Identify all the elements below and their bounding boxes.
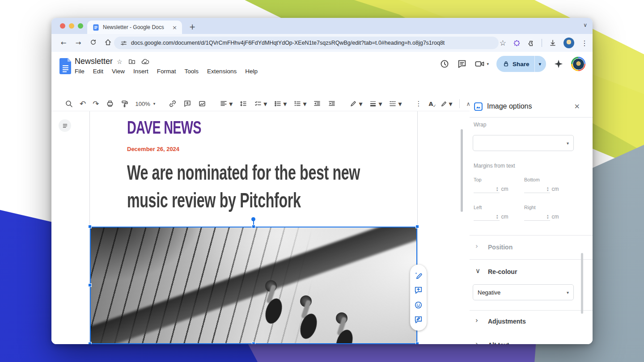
google-docs-logo[interactable] [59,58,72,74]
menu-insert[interactable]: Insert [133,68,148,75]
margin-right-stepper[interactable]: ▴▾ [547,214,549,221]
share-caret-icon[interactable]: ▾ [535,56,546,72]
border-weight-icon[interactable]: ▾ [369,100,382,108]
margin-top-stepper[interactable]: ▴▾ [496,186,498,193]
move-folder-icon[interactable] [128,58,136,65]
menu-help[interactable]: Help [245,68,258,75]
resize-handle-top-right[interactable] [415,225,419,228]
zoom-select[interactable]: 100% ▾ [136,101,156,107]
tab-close-icon[interactable]: × [171,24,178,31]
add-comment-button[interactable] [414,286,423,295]
margin-bottom-stepper[interactable]: ▴▾ [547,186,549,193]
reload-icon[interactable] [86,38,100,47]
menu-extensions[interactable]: Extensions [207,68,237,75]
position-chevron-icon[interactable]: › [475,242,478,250]
forward-icon[interactable]: → [72,39,85,47]
insert-image-icon[interactable] [198,100,206,108]
resize-handle-mid-left[interactable] [88,283,92,287]
document-title[interactable]: Newsletter [75,57,113,66]
recolour-dropdown[interactable]: Negative ▾ [473,284,574,300]
newsletter-date-text[interactable]: December 26, 2024 [127,146,179,152]
gemini-sparkle-icon[interactable] [554,59,564,69]
toolbar-more-icon[interactable]: ⋮ [415,100,422,108]
menu-tools[interactable]: Tools [185,68,199,75]
insert-link-icon[interactable] [169,100,177,108]
section-recolour[interactable]: Re-colour [488,268,517,275]
tab-search-chevron-icon[interactable]: ∨ [583,22,587,28]
new-tab-button[interactable]: + [186,21,198,33]
window-minimize-button[interactable] [69,23,74,29]
star-doc-icon[interactable]: ☆ [117,58,123,65]
newsletter-masthead-text[interactable]: DAVE NEWS [127,118,256,138]
checklist-icon[interactable]: ▾ [254,100,267,108]
section-position[interactable]: Position [488,244,513,251]
margin-right-field[interactable]: ▴▾ cm [524,212,559,221]
section-alt-text[interactable]: Alt text [488,341,509,344]
document-scrollbar[interactable] [461,129,463,212]
comments-icon[interactable] [457,59,467,69]
bookmark-star-icon[interactable]: ☆ [500,38,506,47]
meet-caret-icon[interactable]: ▾ [487,62,489,66]
numbered-list-icon[interactable]: ▾ [293,100,306,108]
adjustments-chevron-icon[interactable]: › [475,316,478,324]
resize-handle-bottom-left[interactable] [88,342,92,344]
line-spacing-icon[interactable] [239,100,247,108]
article-heading-text[interactable]: We are nominated for the best new music … [127,159,377,214]
margin-left-stepper[interactable]: ▴▾ [496,214,498,221]
bulleted-list-icon[interactable]: ▾ [274,100,287,108]
border-color-icon[interactable]: ▾ [349,100,362,108]
resize-handle-top-center[interactable] [252,225,255,228]
margin-top-field[interactable]: ▴▾ cm [474,184,508,193]
search-menus-icon[interactable] [65,100,73,108]
panel-scrollbar[interactable] [581,253,583,314]
recolour-chevron-icon[interactable]: ∨ [475,267,480,275]
meet-video-icon[interactable]: ▾ [475,59,489,69]
document-outline-button[interactable] [59,119,71,132]
suggest-edits-button[interactable] [414,315,423,324]
extensions-puzzle-icon[interactable] [527,39,535,47]
browser-profile-avatar[interactable] [564,38,574,48]
add-comment-icon[interactable] [183,100,191,108]
browser-menu-icon[interactable]: ⋮ [581,39,588,47]
print-icon[interactable] [106,100,114,108]
alt-text-chevron-icon[interactable]: › [475,340,478,344]
resize-handle-top-left[interactable] [88,225,92,228]
cloud-status-icon[interactable] [141,58,149,65]
window-close-button[interactable] [60,23,65,29]
margin-bottom-field[interactable]: ▴▾ cm [524,184,559,193]
resize-handle-bottom-right[interactable] [415,342,419,344]
editing-mode-icon[interactable]: ▾ [440,100,453,108]
version-history-icon[interactable] [440,59,449,69]
redo-icon[interactable]: ↷ [93,99,99,108]
download-icon[interactable] [549,39,557,47]
paint-format-icon[interactable] [121,100,129,108]
selected-image[interactable] [90,227,417,344]
wrap-dropdown[interactable]: ▾ [473,135,574,151]
share-button[interactable]: Share ▾ [496,56,546,72]
account-avatar[interactable] [571,57,585,71]
margin-left-field[interactable]: ▴▾ cm [474,212,508,221]
rotation-handle[interactable] [251,217,255,221]
back-icon[interactable]: ← [57,39,70,47]
section-adjustments[interactable]: Adjustments [488,318,526,325]
menu-format[interactable]: Format [157,68,176,75]
menu-view[interactable]: View [112,68,125,75]
window-fullscreen-button[interactable] [78,23,83,29]
border-dash-icon[interactable]: ▾ [389,100,402,108]
undo-icon[interactable]: ↶ [80,99,86,108]
url-bar[interactable]: docs.google.com/document/d/1QVrCmFHhv4jF… [114,37,499,49]
menu-file[interactable]: File [75,68,85,75]
home-icon[interactable] [101,38,114,47]
menu-edit[interactable]: Edit [93,68,103,75]
purple-extension-icon[interactable] [513,39,521,47]
resize-handle-bottom-center[interactable] [252,342,255,344]
spellcheck-icon[interactable]: A✓ [429,101,433,107]
gemini-edit-image-button[interactable] [414,271,423,280]
increase-indent-icon[interactable] [328,100,336,108]
panel-close-icon[interactable]: × [574,102,580,110]
align-icon[interactable]: ▾ [220,100,233,108]
emoji-reaction-button[interactable] [414,300,423,310]
browser-tab[interactable]: Newsletter - Google Docs × [87,21,182,34]
site-info-icon[interactable] [120,40,127,46]
decrease-indent-icon[interactable] [313,100,321,108]
